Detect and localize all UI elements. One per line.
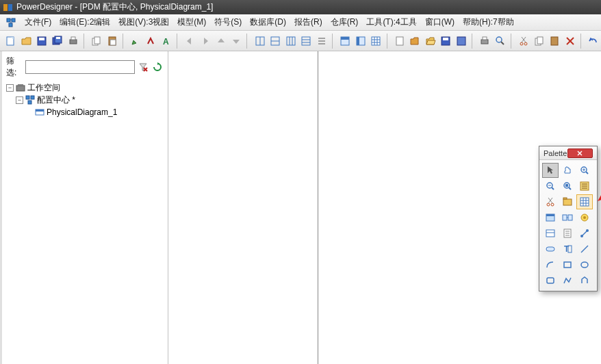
tool-nav-fwd[interactable]: [199, 34, 213, 49]
tool-delete[interactable]: [563, 34, 578, 49]
tool-find[interactable]: [494, 34, 508, 49]
package-tool-icon[interactable]: [559, 194, 576, 209]
diagram-canvas[interactable]: Palette T: [168, 51, 601, 364]
palette-close-button[interactable]: [567, 148, 593, 158]
tool-layout3[interactable]: [369, 34, 383, 49]
palette-titlebar[interactable]: Palette: [539, 146, 597, 160]
tool-nav-back[interactable]: [183, 34, 197, 49]
svg-point-101: [583, 216, 586, 219]
menu-database[interactable]: 数据库(D): [246, 15, 290, 29]
menu-edit[interactable]: 编辑(E):2编辑: [55, 15, 114, 29]
tool-folder-open[interactable]: [424, 34, 438, 49]
menu-view[interactable]: 视图(V):3视图: [114, 15, 173, 29]
diagram-icon: [35, 107, 44, 117]
tool-disk[interactable]: [439, 34, 453, 49]
link-tool-icon[interactable]: [576, 226, 593, 241]
svg-rect-24: [287, 37, 295, 45]
workspace-icon: [16, 83, 25, 92]
tool-layout1[interactable]: [338, 34, 353, 49]
tool-cut[interactable]: [517, 34, 531, 49]
expand-icon[interactable]: −: [16, 96, 23, 104]
tree-model[interactable]: − 配置中心 *: [6, 94, 164, 106]
menu-symbol[interactable]: 符号(S): [210, 15, 246, 29]
tool-saveall[interactable]: [51, 34, 65, 49]
browser-tree[interactable]: − 工作空间 − 配置中心 * PhysicalDiagram_1: [6, 81, 164, 118]
expand-icon[interactable]: −: [6, 84, 14, 92]
zoom-fit-icon[interactable]: [559, 179, 576, 194]
pointer-tool-icon[interactable]: [542, 163, 559, 178]
arc-tool-icon[interactable]: [542, 257, 559, 272]
tool-nav-up[interactable]: [214, 34, 228, 49]
tool-printer[interactable]: [478, 34, 492, 49]
menu-bar: 文件(F) 编辑(E):2编辑 视图(V):3视图 模型(M) 符号(S) 数据…: [0, 14, 601, 31]
tool-pencil[interactable]: [129, 34, 143, 49]
rectangle-tool-icon[interactable]: [559, 257, 576, 272]
tree-root[interactable]: − 工作空间: [6, 81, 164, 94]
menu-repository[interactable]: 仓库(R): [327, 15, 363, 29]
svg-rect-64: [31, 96, 34, 99]
tool-nav-down[interactable]: [229, 34, 244, 49]
tool-disk2[interactable]: [455, 34, 469, 49]
note-tool-icon[interactable]: [542, 242, 559, 257]
tool-new[interactable]: [4, 34, 18, 49]
filter-label: 筛选:: [6, 55, 23, 79]
menu-file[interactable]: 文件(F): [21, 15, 55, 29]
ellipse-tool-icon[interactable]: [576, 257, 593, 272]
polygon-tool-icon[interactable]: [576, 273, 593, 288]
line-tool-icon[interactable]: [576, 242, 593, 257]
tool-paste[interactable]: [105, 34, 119, 49]
svg-line-49: [501, 42, 504, 44]
tool-grid1[interactable]: [253, 34, 267, 49]
filter-row: 筛选:: [6, 55, 164, 79]
refresh-icon[interactable]: [152, 60, 164, 74]
tool-grid3[interactable]: [283, 34, 298, 49]
svg-rect-42: [396, 37, 403, 45]
tool-doc-new[interactable]: [392, 34, 407, 49]
clear-filter-icon[interactable]: [138, 60, 149, 74]
tool-grid2[interactable]: [268, 34, 283, 49]
filter-input[interactable]: [25, 60, 135, 74]
polyline-tool-icon[interactable]: [559, 273, 576, 288]
svg-rect-98: [568, 215, 572, 220]
zoom-out-icon[interactable]: [542, 179, 559, 194]
menu-tools[interactable]: 工具(T):4工具: [362, 15, 420, 29]
svg-point-116: [581, 262, 588, 268]
menu-window[interactable]: 窗口(W): [421, 15, 459, 29]
tool-undo[interactable]: [587, 34, 601, 49]
table-tool-icon[interactable]: [576, 194, 593, 209]
tree-root-label: 工作空间: [27, 82, 60, 94]
palette-grid: T: [539, 160, 597, 291]
view-tool-icon[interactable]: [542, 210, 559, 225]
svg-line-78: [569, 187, 571, 190]
tool-copy2[interactable]: [533, 34, 547, 49]
svg-rect-65: [28, 101, 31, 104]
tool-open[interactable]: [20, 34, 34, 49]
zoom-in-icon[interactable]: [576, 163, 593, 178]
entity-tool-icon[interactable]: [542, 226, 559, 241]
tool-paste2[interactable]: [548, 34, 562, 49]
delete-tool-icon[interactable]: [542, 194, 559, 209]
properties-icon[interactable]: [576, 179, 593, 194]
tool-text[interactable]: A: [159, 34, 174, 49]
tool-layout2[interactable]: [353, 34, 368, 49]
grabber-tool-icon[interactable]: [559, 163, 576, 178]
rounded-rect-tool-icon[interactable]: [542, 273, 559, 288]
tool-print[interactable]: [66, 34, 80, 49]
tree-diagram[interactable]: PhysicalDiagram_1: [6, 106, 164, 118]
menu-report[interactable]: 报告(R): [290, 15, 327, 29]
reference-tool-icon[interactable]: [559, 210, 576, 225]
tool-save[interactable]: [35, 34, 49, 49]
canvas-divider: [318, 51, 318, 364]
procedure-tool-icon[interactable]: [576, 210, 593, 225]
tool-grid4[interactable]: [299, 34, 314, 49]
file-tool-icon[interactable]: [559, 226, 576, 241]
tool-doc-open[interactable]: [408, 34, 422, 49]
svg-rect-27: [302, 37, 310, 45]
palette-panel[interactable]: Palette T: [539, 146, 598, 291]
menu-help[interactable]: 帮助(H):7帮助: [459, 15, 518, 29]
tool-copy[interactable]: [90, 34, 104, 49]
title-tool-icon[interactable]: T: [559, 242, 576, 257]
menu-model[interactable]: 模型(M): [173, 15, 210, 29]
tool-list1[interactable]: [315, 34, 329, 49]
tool-highlight[interactable]: [144, 34, 158, 49]
